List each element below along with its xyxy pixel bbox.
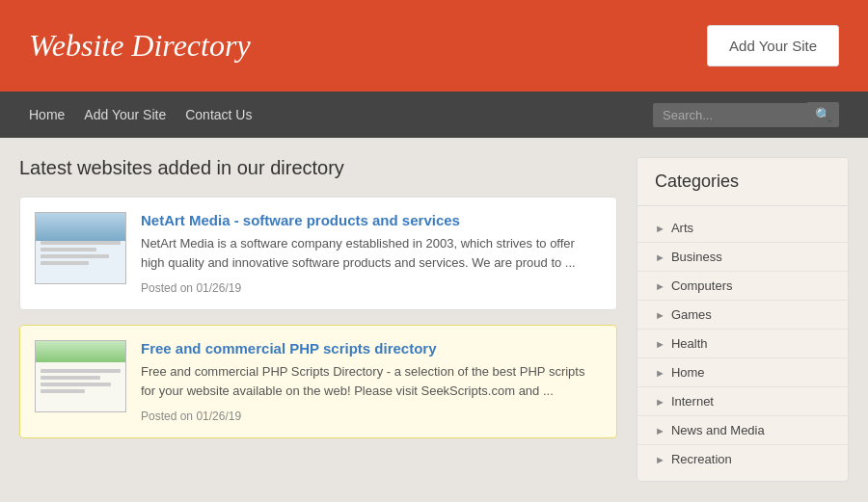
article-thumbnail xyxy=(35,340,126,412)
category-arrow-icon: ► xyxy=(655,367,665,379)
article-title[interactable]: Free and commercial PHP scripts director… xyxy=(141,340,602,357)
article-body: Free and commercial PHP scripts director… xyxy=(141,340,602,423)
nav-item-home[interactable]: Home xyxy=(29,107,65,122)
category-arrow-icon: ► xyxy=(655,223,665,234)
site-title: Website Directory xyxy=(29,28,251,64)
add-site-header-button[interactable]: Add Your Site xyxy=(707,25,839,66)
nav-item-add-site[interactable]: Add Your Site xyxy=(84,107,166,122)
category-item[interactable]: ►Games xyxy=(637,301,848,330)
article-body: NetArt Media - software products and ser… xyxy=(141,212,602,295)
nav-link-home[interactable]: Home xyxy=(29,107,65,122)
article-thumbnail xyxy=(35,212,126,284)
article-card: NetArt Media - software products and ser… xyxy=(19,197,617,310)
search-button[interactable]: 🔍 xyxy=(807,102,839,127)
categories-heading: Categories xyxy=(637,158,848,206)
category-item[interactable]: ►Computers xyxy=(637,272,848,301)
category-arrow-icon: ► xyxy=(655,309,665,321)
category-name: Health xyxy=(671,336,708,351)
nav-item-contact[interactable]: Contact Us xyxy=(185,107,252,122)
category-arrow-icon: ► xyxy=(655,338,665,350)
content-area: Latest websites added in our directory N… xyxy=(19,157,637,482)
categories-box: Categories ►Arts►Business►Computers►Game… xyxy=(637,157,849,482)
search-container: 🔍 xyxy=(653,102,839,127)
category-item[interactable]: ►News and Media xyxy=(637,416,848,445)
category-item[interactable]: ►Internet xyxy=(637,387,848,416)
nav-link-contact[interactable]: Contact Us xyxy=(185,107,252,122)
article-excerpt: Free and commercial PHP Scripts Director… xyxy=(141,362,602,400)
article-date: Posted on 01/26/19 xyxy=(141,410,241,423)
category-item[interactable]: ►Business xyxy=(637,243,848,272)
navbar: Home Add Your Site Contact Us 🔍 xyxy=(0,92,868,138)
category-name: Business xyxy=(671,250,722,264)
category-arrow-icon: ► xyxy=(655,280,665,292)
category-arrow-icon: ► xyxy=(655,251,665,263)
search-input[interactable] xyxy=(653,103,807,127)
category-item[interactable]: ►Recreation xyxy=(637,445,848,473)
site-header: Website Directory Add Your Site xyxy=(0,0,868,92)
category-list: ►Arts►Business►Computers►Games►Health►Ho… xyxy=(637,206,848,481)
page-heading: Latest websites added in our directory xyxy=(19,157,617,179)
category-arrow-icon: ► xyxy=(655,425,665,436)
category-item[interactable]: ►Arts xyxy=(637,214,848,243)
category-arrow-icon: ► xyxy=(655,454,665,465)
article-card: Free and commercial PHP scripts director… xyxy=(19,325,617,438)
category-arrow-icon: ► xyxy=(655,396,665,408)
category-item[interactable]: ►Home xyxy=(637,358,848,387)
main-layout: Latest websites added in our directory N… xyxy=(0,138,868,501)
category-name: Internet xyxy=(671,394,714,409)
category-name: Arts xyxy=(671,221,693,235)
category-item[interactable]: ►Health xyxy=(637,330,848,358)
category-name: News and Media xyxy=(671,423,765,437)
article-excerpt: NetArt Media is a software company estab… xyxy=(141,234,602,272)
sidebar: Categories ►Arts►Business►Computers►Game… xyxy=(637,157,849,482)
article-date: Posted on 01/26/19 xyxy=(141,281,241,295)
category-name: Home xyxy=(671,365,705,380)
category-name: Computers xyxy=(671,278,733,293)
nav-link-add-site[interactable]: Add Your Site xyxy=(84,107,166,122)
category-name: Recreation xyxy=(671,452,732,466)
category-name: Games xyxy=(671,307,712,322)
nav-links: Home Add Your Site Contact Us xyxy=(29,107,252,122)
article-title[interactable]: NetArt Media - software products and ser… xyxy=(141,212,602,228)
